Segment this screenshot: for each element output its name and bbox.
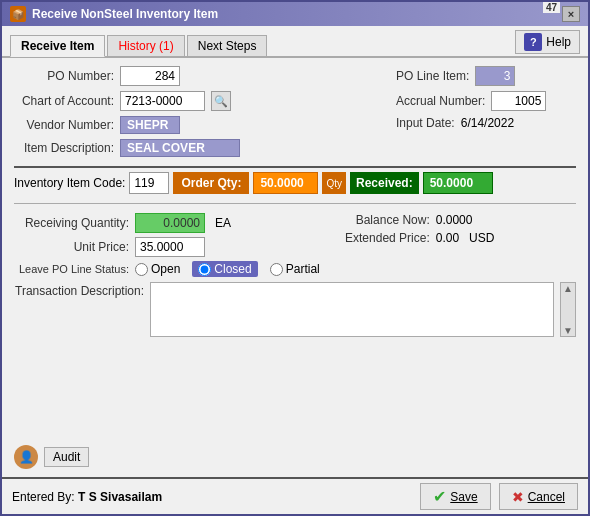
window-icon: 📦 [10, 6, 26, 22]
radio-partial[interactable]: Partial [270, 262, 320, 276]
tab-next-steps[interactable]: Next Steps [187, 35, 268, 56]
radio-closed[interactable]: Closed [192, 261, 257, 277]
po-status-label: Leave PO Line Status: [14, 263, 129, 275]
footer-buttons: ✔ Save ✖ Cancel [420, 483, 578, 510]
cancel-button[interactable]: ✖ Cancel [499, 483, 578, 510]
unit-price-row: Unit Price: [14, 237, 320, 257]
cancel-icon: ✖ [512, 489, 524, 505]
accrual-row: Accrual Number: [396, 91, 576, 111]
entered-by: Entered By: T S Sivasailam [12, 490, 162, 504]
order-qty-value: 50.0000 [253, 172, 318, 194]
receiving-qty-label: Receiving Quantity: [14, 216, 129, 230]
close-button[interactable]: × [562, 6, 580, 22]
chart-account-field[interactable] [120, 91, 205, 111]
bottom-left: Receiving Quantity: EA Unit Price: Leave… [14, 213, 320, 277]
accrual-field[interactable] [491, 91, 546, 111]
chart-search-button[interactable]: 🔍 [211, 91, 231, 111]
save-button[interactable]: ✔ Save [420, 483, 490, 510]
ext-price-value: 0.00 [436, 231, 459, 245]
balance-value: 0.0000 [436, 213, 473, 227]
badge: 47 [543, 2, 560, 13]
radio-group: Open Closed Partial [135, 261, 320, 277]
radio-partial-label: Partial [286, 262, 320, 276]
radio-open[interactable]: Open [135, 262, 180, 276]
help-label: Help [546, 35, 571, 49]
transaction-desc-area: Transaction Description: ▲ ▼ [14, 282, 576, 438]
input-date-row: Input Date: 6/14/2022 [396, 116, 576, 130]
vendor-number-label: Vendor Number: [14, 118, 114, 132]
entered-by-name: T S Sivasailam [78, 490, 162, 504]
po-line-item-row: PO Line Item: [396, 66, 576, 86]
transaction-desc-field[interactable] [150, 282, 554, 337]
po-status-row: Leave PO Line Status: Open Closed Par [14, 261, 320, 277]
divider [14, 203, 576, 204]
audit-row: 👤 Audit [14, 445, 576, 469]
po-number-row: PO Number: [14, 66, 386, 86]
help-icon: ? [524, 33, 542, 51]
po-number-field[interactable] [120, 66, 180, 86]
ext-price-row: Extended Price: 0.00 USD [330, 231, 576, 245]
po-line-item-field[interactable] [475, 66, 515, 86]
order-qty-sub: Qty [322, 172, 346, 194]
item-desc-label: Item Description: [14, 141, 114, 155]
order-qty-label: Order Qty: [173, 172, 249, 194]
cancel-label: Cancel [528, 490, 565, 504]
transaction-desc-label: Transaction Description: [14, 282, 144, 298]
bottom-form: Receiving Quantity: EA Unit Price: Leave… [14, 213, 576, 277]
receiving-qty-unit: EA [215, 216, 231, 230]
ext-price-currency: USD [469, 231, 494, 245]
vendor-number-row: Vendor Number: SHEPR [14, 116, 386, 134]
radio-closed-input[interactable] [198, 263, 211, 276]
po-number-label: PO Number: [14, 69, 114, 83]
unit-price-label: Unit Price: [14, 240, 129, 254]
audit-avatar-icon: 👤 [14, 445, 38, 469]
title-bar-left: 📦 Receive NonSteel Inventory Item [10, 6, 218, 22]
input-date-value: 6/14/2022 [461, 116, 514, 130]
input-date-label: Input Date: [396, 116, 455, 130]
item-desc-row: Item Description: SEAL COVER [14, 139, 576, 157]
help-button[interactable]: ? Help [515, 30, 580, 54]
received-value: 50.0000 [423, 172, 493, 194]
receiving-qty-row: Receiving Quantity: EA [14, 213, 320, 233]
right-vendor: Input Date: 6/14/2022 [396, 116, 576, 130]
title-bar: 📦 Receive NonSteel Inventory Item 47 × [2, 2, 588, 26]
radio-open-label: Open [151, 262, 180, 276]
row-chart: Chart of Account: 🔍 Accrual Number: [14, 91, 576, 111]
chart-account-label: Chart of Account: [14, 94, 114, 108]
audit-button[interactable]: Audit [44, 447, 89, 467]
item-desc-value: SEAL COVER [120, 139, 240, 157]
inventory-row: Inventory Item Code: Order Qty: 50.0000 … [14, 166, 576, 194]
tab-history[interactable]: History (1) [107, 35, 184, 56]
left-vendor: Vendor Number: SHEPR [14, 116, 386, 134]
unit-price-field[interactable] [135, 237, 205, 257]
left-po: PO Number: [14, 66, 386, 86]
right-chart: Accrual Number: [396, 91, 576, 111]
tabs: Receive Item History (1) Next Steps [10, 34, 269, 56]
main-window: 📦 Receive NonSteel Inventory Item 47 × R… [0, 0, 590, 516]
ext-price-label: Extended Price: [330, 231, 430, 245]
radio-partial-input[interactable] [270, 263, 283, 276]
inv-code-label: Inventory Item Code: [14, 176, 125, 190]
row-po: PO Number: PO Line Item: [14, 66, 576, 86]
left-chart: Chart of Account: 🔍 [14, 91, 386, 111]
balance-label: Balance Now: [330, 213, 430, 227]
tab-receive-item[interactable]: Receive Item [10, 35, 105, 57]
scrollbar[interactable]: ▲ ▼ [560, 282, 576, 337]
row-vendor: Vendor Number: SHEPR Input Date: 6/14/20… [14, 116, 576, 134]
po-line-item-label: PO Line Item: [396, 69, 469, 83]
inv-code-field[interactable] [129, 172, 169, 194]
form-content: PO Number: PO Line Item: Chart of Accoun… [2, 58, 588, 477]
chart-account-row: Chart of Account: 🔍 [14, 91, 386, 111]
accrual-label: Accrual Number: [396, 94, 485, 108]
received-label: Received: [350, 172, 419, 194]
entered-by-label: Entered By: [12, 490, 75, 504]
save-label: Save [450, 490, 477, 504]
radio-open-input[interactable] [135, 263, 148, 276]
footer: Entered By: T S Sivasailam ✔ Save ✖ Canc… [2, 477, 588, 514]
right-po: PO Line Item: [396, 66, 576, 86]
vendor-number-value: SHEPR [120, 116, 180, 134]
tabs-area: Receive Item History (1) Next Steps ? He… [2, 26, 588, 58]
receiving-qty-field[interactable] [135, 213, 205, 233]
bottom-right: Balance Now: 0.0000 Extended Price: 0.00… [330, 213, 576, 277]
window-title: Receive NonSteel Inventory Item [32, 7, 218, 21]
